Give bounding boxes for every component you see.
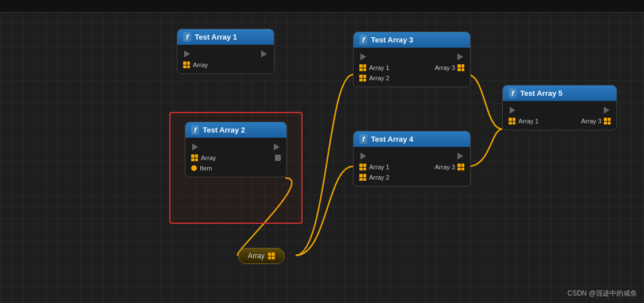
- node-test-array-3[interactable]: f Test Array 3 Array 1 Array 3: [353, 32, 471, 87]
- node5-array1-pin: Array 1: [509, 118, 538, 125]
- func-icon-2: f: [191, 125, 199, 135]
- array-icon-3a: [359, 64, 366, 71]
- node4-title: Test Array 4: [371, 135, 413, 143]
- node5-exec-out[interactable]: [603, 106, 611, 114]
- node1-array-row: Array: [177, 60, 274, 70]
- node2-array-pin: Array: [191, 154, 216, 161]
- node2-exec-out[interactable]: [273, 143, 281, 151]
- node2-exec-in[interactable]: [191, 143, 199, 151]
- node4-exec-in[interactable]: [359, 152, 367, 160]
- node2-body: Array Item: [185, 138, 286, 177]
- node4-array3-out: Array 3: [435, 164, 464, 170]
- node3-exec-in[interactable]: [359, 53, 367, 61]
- node1-header: f Test Array 1: [177, 29, 274, 45]
- array-icon-4a: [359, 164, 366, 170]
- node-test-array-5[interactable]: f Test Array 5 Array 1 Array 3: [502, 85, 617, 130]
- node3-exec-out[interactable]: [456, 53, 464, 61]
- top-bar: [0, 0, 644, 13]
- array-icon-4c: [359, 174, 366, 181]
- node3-array2-row: Array 2: [354, 73, 470, 83]
- watermark: CSDN @混迹中的咸鱼: [567, 289, 637, 298]
- node1-array-pin: Array: [183, 61, 208, 68]
- func-icon-4: f: [359, 134, 367, 144]
- node3-array3-out: Array 3: [435, 64, 464, 71]
- node3-title: Test Array 3: [371, 36, 413, 44]
- reroute-label: Array: [248, 252, 265, 260]
- node5-exec-row: [503, 104, 616, 116]
- node-test-array-1[interactable]: f Test Array 1 Array: [177, 29, 274, 74]
- node5-array1-row: Array 1 Array 3: [503, 116, 616, 126]
- func-icon: f: [183, 32, 191, 42]
- node5-array3-out: Array 3: [581, 118, 611, 125]
- node2-array-row: Array: [185, 153, 286, 163]
- func-icon-5: f: [509, 88, 517, 98]
- grid-background: [0, 0, 644, 303]
- node-test-array-4[interactable]: f Test Array 4 Array 1 Array 3: [353, 131, 471, 187]
- node3-array2-pin: Array 2: [359, 75, 389, 81]
- node4-body: Array 1 Array 3 Array 2: [354, 147, 470, 186]
- node3-body: Array 1 Array 3 Array 2: [354, 48, 470, 87]
- array-icon-3c: [359, 75, 366, 81]
- func-icon-3: f: [359, 35, 367, 45]
- node4-array2-row: Array 2: [354, 172, 470, 182]
- node4-array1-pin: Array 1: [359, 164, 389, 170]
- node1-exec-row: [177, 48, 274, 60]
- node5-title: Test Array 5: [520, 89, 562, 98]
- node3-exec-row: [354, 51, 470, 63]
- node4-exec-row: [354, 150, 470, 162]
- node5-body: Array 1 Array 3: [503, 101, 616, 130]
- array-icon-5a: [509, 118, 515, 125]
- node5-header: f Test Array 5: [503, 86, 616, 101]
- array-icon: [183, 61, 190, 68]
- node2-header: f Test Array 2: [185, 122, 286, 138]
- node2-title: Test Array 2: [203, 126, 245, 134]
- item-circle-icon: [191, 165, 197, 171]
- node4-exec-out[interactable]: [456, 152, 464, 160]
- node3-header: f Test Array 3: [354, 32, 470, 48]
- reroute-array-icon: [268, 252, 275, 259]
- node1-exec-in[interactable]: [183, 50, 191, 58]
- node2-exec-row: [185, 141, 286, 153]
- node1-title: Test Array 1: [195, 33, 237, 41]
- array-icon-2: [191, 154, 198, 161]
- node2-array-out[interactable]: [275, 155, 281, 161]
- node4-header: f Test Array 4: [354, 131, 470, 147]
- node-test-array-2[interactable]: f Test Array 2 Array Item: [185, 122, 287, 177]
- array-icon-3b: [457, 64, 464, 71]
- array-icon-4b: [457, 164, 464, 170]
- node3-array1-row: Array 1 Array 3: [354, 63, 470, 73]
- node2-item-pin: Item: [191, 165, 212, 172]
- node1-body: Array: [177, 45, 274, 73]
- array-icon-5b: [604, 118, 611, 125]
- node2-item-row: Item: [185, 163, 286, 173]
- node4-array1-row: Array 1 Array 3: [354, 162, 470, 172]
- node5-exec-in[interactable]: [509, 106, 517, 114]
- node3-array1-pin: Array 1: [359, 64, 389, 71]
- node4-array2-pin: Array 2: [359, 174, 389, 181]
- node1-exec-out[interactable]: [260, 50, 268, 58]
- reroute-node[interactable]: Array: [238, 248, 285, 264]
